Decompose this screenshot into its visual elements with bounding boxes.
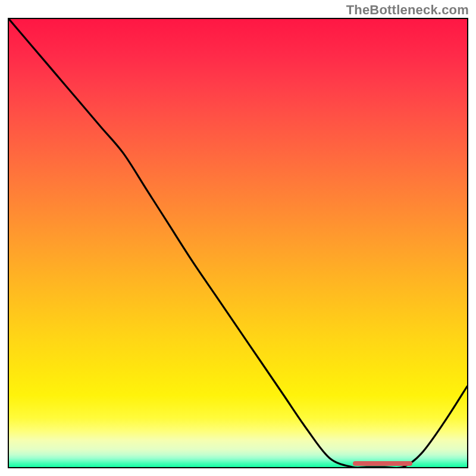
chart-canvas: TheBottleneck.com	[0, 0, 476, 476]
optimal-region-marker	[353, 461, 412, 466]
bottleneck-curve	[9, 19, 467, 467]
attribution-label: TheBottleneck.com	[346, 2, 469, 18]
plot-frame	[8, 18, 468, 468]
